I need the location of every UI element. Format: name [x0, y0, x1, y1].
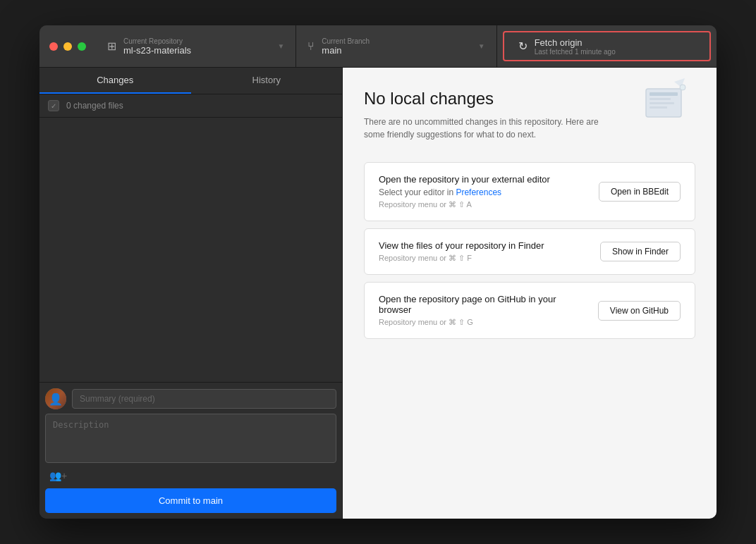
commit-button[interactable]: Commit to main: [45, 488, 336, 513]
suggestion-shortcut-github: Repository menu or ⌘ ⇧ G: [379, 318, 587, 327]
svg-rect-3: [650, 102, 674, 104]
suggestion-title-github: Open the repository page on GitHub in yo…: [379, 294, 587, 315]
branch-arrow-icon: ▼: [478, 42, 485, 50]
summary-row: 👤: [45, 388, 336, 409]
add-coauthor-button[interactable]: 👥+: [45, 467, 336, 484]
no-changes-description: There are no uncommitted changes in this…: [364, 116, 611, 141]
main-content: Changes History ✓ 0 changed files 👤: [39, 68, 717, 519]
suggestion-shortcut-finder: Repository menu or ⌘ ⇧ F: [379, 254, 589, 263]
repo-text: Current Repository ml-s23-materials: [123, 37, 191, 56]
close-button[interactable]: [49, 42, 58, 51]
fetch-origin-button[interactable]: ↻ Fetch origin Last fetched 1 minute ago: [503, 31, 711, 61]
right-panel: No local changes There are no uncommitte…: [343, 68, 717, 519]
changed-files-count: 0 changed files: [66, 101, 123, 111]
select-all-checkbox[interactable]: ✓: [48, 100, 59, 111]
branch-text: Current Branch main: [322, 37, 370, 56]
svg-rect-4: [650, 106, 667, 109]
repo-name: ml-s23-materials: [123, 45, 191, 56]
branch-name: main: [322, 45, 370, 56]
suggestion-title-finder: View the files of your repository in Fin…: [379, 240, 589, 251]
tab-changes[interactable]: Changes: [39, 68, 191, 94]
suggestion-subtitle-prefix: Select your editor in: [379, 187, 456, 197]
fetch-text: Fetch origin Last fetched 1 minute ago: [535, 37, 616, 56]
traffic-lights: [39, 25, 96, 67]
maximize-button[interactable]: [78, 42, 86, 51]
suggestion-subtitle-editor: Select your editor in Preferences: [379, 187, 587, 197]
suggestion-title-editor: Open the repository in your external edi…: [379, 174, 587, 185]
svg-point-5: [680, 85, 685, 90]
sidebar-empty-area: [39, 118, 342, 382]
sidebar: Changes History ✓ 0 changed files 👤: [39, 68, 343, 519]
suggestion-info-github: Open the repository page on GitHub in yo…: [379, 294, 587, 327]
suggestion-shortcut-editor: Repository menu or ⌘ ⇧ A: [379, 200, 587, 209]
changed-files-row: ✓ 0 changed files: [39, 94, 342, 118]
current-branch-section[interactable]: ⑂ Current Branch main ▼: [296, 25, 496, 67]
suggestion-card-finder: View the files of your repository in Fin…: [364, 228, 695, 275]
header-sections: ⊞ Current Repository ml-s23-materials ▼ …: [96, 25, 717, 67]
svg-rect-1: [650, 92, 678, 96]
preferences-link[interactable]: Preferences: [456, 187, 501, 197]
repo-icon: ⊞: [107, 39, 116, 53]
app-window: ⊞ Current Repository ml-s23-materials ▼ …: [39, 25, 717, 519]
avatar: 👤: [45, 388, 66, 409]
description-input[interactable]: [45, 414, 336, 463]
fetch-subtitle: Last fetched 1 minute ago: [535, 48, 616, 56]
repo-label: Current Repository: [123, 37, 191, 45]
svg-rect-2: [650, 98, 671, 100]
add-coauthor-icon: 👥+: [49, 470, 67, 481]
current-repository-section[interactable]: ⊞ Current Repository ml-s23-materials ▼: [96, 25, 296, 67]
repo-arrow-icon: ▼: [277, 42, 284, 50]
tab-history[interactable]: History: [191, 68, 343, 94]
fetch-icon: ↻: [518, 39, 528, 53]
summary-input[interactable]: [72, 389, 336, 409]
suggestion-card-github: Open the repository page on GitHub in yo…: [364, 282, 695, 339]
titlebar: ⊞ Current Repository ml-s23-materials ▼ …: [39, 25, 717, 68]
fetch-title: Fetch origin: [535, 37, 616, 48]
suggestion-card-editor: Open the repository in your external edi…: [364, 162, 695, 221]
show-in-finder-button[interactable]: Show in Finder: [600, 242, 681, 261]
right-panel-inner: No local changes There are no uncommitte…: [364, 89, 695, 346]
sidebar-tabs: Changes History: [39, 68, 342, 94]
view-on-github-button[interactable]: View on GitHub: [598, 301, 681, 321]
suggestion-info-finder: View the files of your repository in Fin…: [379, 240, 589, 263]
minimize-button[interactable]: [63, 42, 72, 51]
suggestion-info-editor: Open the repository in your external edi…: [379, 174, 587, 209]
illustration: [639, 75, 695, 134]
branch-label: Current Branch: [322, 37, 370, 45]
branch-icon: ⑂: [307, 40, 315, 53]
sidebar-bottom: 👤 👥+ Commit to main: [39, 382, 342, 519]
open-in-bbEdit-button[interactable]: Open in BBEdit: [599, 182, 681, 202]
